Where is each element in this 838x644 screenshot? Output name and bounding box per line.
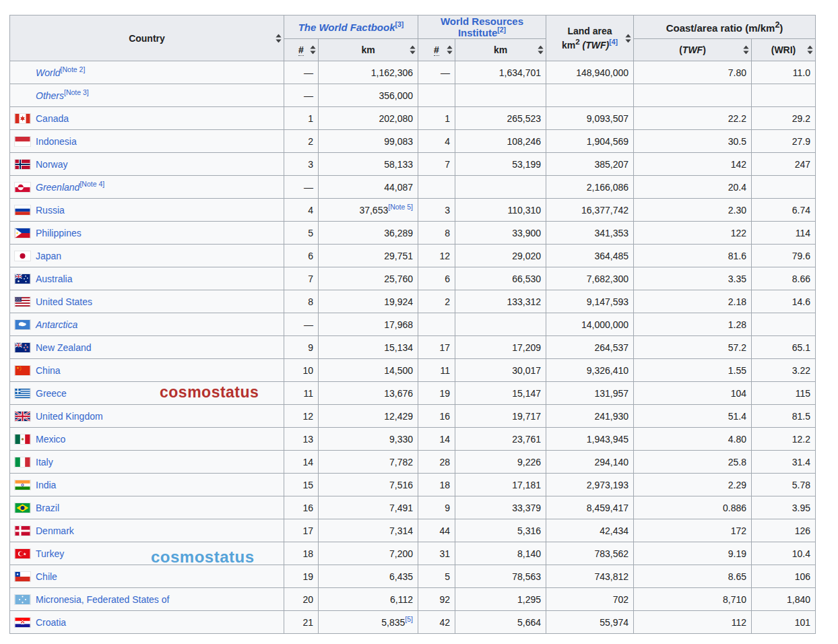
indonesia-flag-icon <box>15 137 30 146</box>
twf-km-cell: 202,080 <box>319 107 418 130</box>
country-link[interactable]: Antarctica <box>36 319 77 330</box>
country-link[interactable]: United Kingdom <box>36 411 103 422</box>
ratio-twf-cell: 8,710 <box>634 588 752 611</box>
country-link[interactable]: Others <box>36 90 64 101</box>
wri-km-cell: 78,563 <box>455 565 546 588</box>
world-factbook-link[interactable]: The World Factbook <box>298 22 395 33</box>
philippines-flag-icon <box>15 228 30 238</box>
sort-icon[interactable] <box>310 46 316 55</box>
sort-icon[interactable] <box>410 46 416 55</box>
ratio-wri-cell: 101 <box>752 611 816 634</box>
table-row: Others[Note 3]—356,000 <box>10 84 816 107</box>
country-cell: Brazil <box>10 496 284 519</box>
ratio-wri-cell: 6.74 <box>752 199 816 222</box>
column-header-ratio-twf[interactable]: (TWF) <box>634 39 752 61</box>
sort-icon[interactable] <box>276 34 282 42</box>
sort-icon[interactable] <box>807 46 813 55</box>
country-link[interactable]: World <box>36 67 61 78</box>
table-row: Russia437,653[Note 5]3110,31016,377,7422… <box>10 199 816 222</box>
country-link[interactable]: Brazil <box>36 503 59 513</box>
country-cell: United States <box>10 290 284 313</box>
country-link[interactable]: Turkey <box>36 548 64 559</box>
sort-icon[interactable] <box>538 46 544 55</box>
country-link[interactable]: Mexico <box>36 434 65 445</box>
ratio-twf-cell: 0.886 <box>634 496 752 519</box>
country-cell: Norway <box>10 153 284 176</box>
country-link[interactable]: New Zealand <box>36 342 92 353</box>
country-link[interactable]: Croatia <box>36 617 66 628</box>
wri-km-cell: 15,147 <box>455 382 546 405</box>
sort-icon[interactable] <box>743 46 749 55</box>
column-header-wri-rank[interactable]: # <box>418 39 455 61</box>
twf-rank-cell: 17 <box>284 519 319 542</box>
country-cell: Philippines <box>10 222 284 245</box>
table-row: Turkey187,200318,140783,5629.1910.4 <box>10 542 816 565</box>
country-link[interactable]: Philippines <box>36 228 82 238</box>
new-zealand-flag-icon <box>15 343 30 352</box>
country-cell: New Zealand <box>10 336 284 359</box>
norway-flag-icon <box>15 160 30 169</box>
table-row: China1014,5001130,0179,326,4101.553.22 <box>10 359 816 382</box>
country-link[interactable]: Greenland <box>36 182 79 193</box>
wri-rank-cell <box>418 176 455 199</box>
footnote-link[interactable]: [Note 4] <box>79 180 104 188</box>
country-link[interactable]: Denmark <box>36 525 74 536</box>
wri-rank-cell: 19 <box>418 382 455 405</box>
ref-4-link[interactable]: [4] <box>609 38 618 46</box>
twf-km-cell: 7,491 <box>319 496 418 519</box>
footnote-link[interactable]: [5] <box>405 615 413 623</box>
country-link[interactable]: Micronesia, Federated States of <box>36 594 169 605</box>
country-link[interactable]: Chile <box>36 571 57 582</box>
country-link[interactable]: Canada <box>36 113 69 124</box>
sort-icon[interactable] <box>625 34 631 42</box>
country-link[interactable]: Japan <box>36 251 61 261</box>
ratio-twf-cell: 112 <box>634 611 752 634</box>
country-link[interactable]: Indonesia <box>36 136 77 147</box>
country-link[interactable]: Australia <box>36 273 72 284</box>
wri-rank-cell: 4 <box>418 130 455 153</box>
twf-rank-cell: 15 <box>284 474 319 496</box>
ratio-twf-cell: 3.35 <box>634 267 752 290</box>
ratio-twf-cell: 172 <box>634 519 752 542</box>
twf-km-cell: 356,000 <box>319 84 418 107</box>
ratio-wri-cell: 14.6 <box>752 290 816 313</box>
country-link[interactable]: Greece <box>36 388 67 399</box>
ref-2-link[interactable]: [2] <box>497 26 506 34</box>
country-link[interactable]: China <box>36 365 61 376</box>
ratio-wri-cell: 11.0 <box>752 61 816 84</box>
denmark-flag-icon <box>15 526 30 536</box>
country-cell: Others[Note 3] <box>10 84 284 107</box>
twf-rank-cell: 13 <box>284 428 319 451</box>
ratio-wri-cell: 1,840 <box>752 588 816 611</box>
country-link[interactable]: Russia <box>36 205 65 216</box>
wri-rank-cell: 6 <box>418 267 455 290</box>
country-cell: Italy <box>10 451 284 474</box>
country-link[interactable]: India <box>36 480 56 490</box>
wri-link[interactable]: World Resources Institute <box>441 15 523 38</box>
wri-km-cell <box>455 176 546 199</box>
ratio-wri-cell: 106 <box>752 565 816 588</box>
sort-icon[interactable] <box>447 46 453 55</box>
ref-3-link[interactable]: [3] <box>395 20 404 28</box>
croatia-flag-icon <box>15 618 30 627</box>
twf-km-cell: 14,500 <box>319 359 418 382</box>
column-header-land-area[interactable]: Land area km2 (TWF)[4] <box>546 15 634 61</box>
twf-rank-cell: 9 <box>284 336 319 359</box>
australia-flag-icon <box>15 274 30 284</box>
twf-km-cell: 12,429 <box>319 405 418 428</box>
column-header-country[interactable]: Country <box>10 15 284 61</box>
column-header-twf-rank[interactable]: # <box>284 39 319 61</box>
wri-km-cell: 17,209 <box>455 336 546 359</box>
column-header-twf-km[interactable]: km <box>319 39 418 61</box>
antarctica-flag-icon <box>15 320 30 329</box>
twf-rank-cell: 20 <box>284 588 319 611</box>
column-header-wri-km[interactable]: km <box>455 39 546 61</box>
footnote-link[interactable]: [Note 2] <box>61 65 86 73</box>
footnote-link[interactable]: [Note 3] <box>64 88 89 96</box>
footnote-link[interactable]: [Note 5] <box>388 203 413 211</box>
country-link[interactable]: United States <box>36 296 92 307</box>
column-header-ratio-wri[interactable]: (WRI) <box>752 39 816 61</box>
country-link[interactable]: Italy <box>36 457 53 468</box>
wri-km-cell <box>455 84 546 107</box>
country-link[interactable]: Norway <box>36 159 67 170</box>
